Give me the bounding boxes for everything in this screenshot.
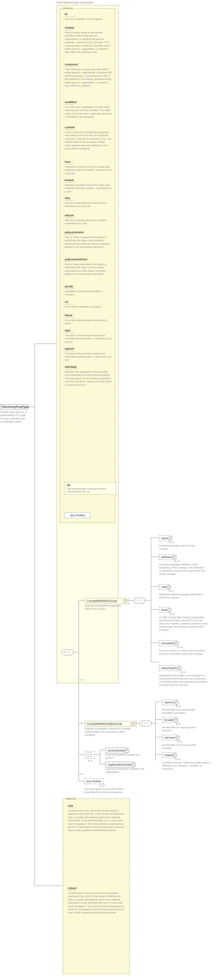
connector: [79, 781, 84, 781]
attr-roleuri: roleuriA refinement of the semantics of …: [68, 887, 126, 915]
attr-typeuri: typeuriThe type of the concept assigned …: [65, 347, 112, 362]
connector: [151, 557, 159, 557]
desc-any: Extension point for provider-defined pro…: [84, 788, 130, 794]
desc-name: A natural language name for the concept.: [159, 544, 200, 550]
expand-icon[interactable]: +: [173, 555, 176, 559]
element-broader: broader+: [162, 717, 176, 723]
root-title: Flex1PartyPropType: [0, 404, 28, 409]
element-definition: definition+: [159, 554, 175, 560]
desc-facet: In NAR 1.8 and later, facet is deprecate…: [159, 616, 209, 632]
connector: [28, 407, 35, 407]
element-sameas: sameAs+: [162, 700, 177, 705]
attr-creatoruri: creatoruriIf the attribute is empty, spe…: [65, 63, 112, 88]
cardinality: 0..∞: [175, 560, 180, 562]
element-persondetails: personDetails+: [106, 748, 127, 753]
sequence-icon: [140, 721, 151, 726]
connector: [79, 774, 84, 775]
attr-uri: uriA URI which identifies a concept.: [65, 300, 112, 309]
desc-hierarchyinfo: Represents the position of a concept in …: [159, 674, 208, 687]
connector: [79, 754, 85, 755]
expand-icon[interactable]: +: [173, 754, 177, 757]
connector: [73, 652, 79, 652]
connector: [100, 750, 100, 764]
desc-note: Additional natural language information …: [159, 593, 203, 599]
expand-icon[interactable]: +: [167, 585, 171, 589]
desc-sameas: An identifier of a concept with equivale…: [162, 708, 206, 714]
attr-pubconstrainturi: pubconstrainturiOne or many constraints …: [65, 258, 112, 276]
connector: [135, 723, 140, 724]
desc-related: A related concept, where the relationshi…: [162, 761, 211, 771]
connector: [155, 719, 162, 720]
expand-icon[interactable]: +: [176, 736, 180, 740]
attr-custom: customIf set to true the corresponding p…: [65, 126, 112, 150]
connector: [155, 754, 162, 755]
expand-icon[interactable]: +: [132, 763, 136, 767]
group-concept-relationships: ConceptRelationshipsGroup+: [85, 721, 137, 727]
cardinality: 0..∞: [100, 784, 105, 787]
expand-icon[interactable]: +: [131, 722, 135, 725]
cardinality: 0..∞: [175, 758, 180, 760]
any-attribute: any ##other: [65, 512, 91, 518]
connector: [155, 702, 156, 760]
expand-icon[interactable]: +: [175, 642, 178, 645]
attr-whyuri: whyuriWhy the metadata has been included…: [65, 214, 112, 226]
desc-narrower: An identifier of a more specific concept…: [162, 744, 203, 750]
element-narrower: narrower+: [162, 735, 178, 740]
connector: [35, 886, 63, 886]
cardinality: 0..∞: [176, 722, 181, 725]
expand-icon[interactable]: +: [175, 718, 178, 722]
connector: [151, 586, 159, 587]
attr-why: whyWhy the metadata has been included - …: [65, 197, 112, 208]
cardinality: 0..∞: [169, 590, 174, 592]
connector: [100, 764, 106, 764]
group-concept-definition: ConceptDefinitionGroup+: [85, 598, 129, 604]
sequence-icon: [133, 598, 145, 603]
connector: [35, 344, 57, 344]
cardinality: 0..∞: [177, 740, 182, 743]
element-organisationdetails: organisationDetails+: [106, 762, 134, 767]
attr-id: idThe local identifier of the property.: [65, 13, 112, 21]
expand-icon[interactable]: +: [175, 701, 178, 704]
attributes-header: attributes: [62, 7, 75, 10]
element-remoteinfo: remoteInfo+: [159, 640, 177, 646]
cardinality: 0..∞: [176, 705, 181, 708]
element-note: note+: [159, 584, 169, 590]
cardinality: 0..1: [88, 759, 92, 762]
desc-definition: A natural language definition of the sem…: [159, 563, 206, 576]
connector: [79, 723, 85, 724]
attr-dir: dirThe directionality of textual content…: [65, 482, 116, 495]
connector: [79, 680, 85, 680]
element-facet: facet+: [159, 607, 170, 613]
attr-howuri: howuriIndicates by which means the value…: [65, 178, 112, 193]
root-type: Flex1PartyPropType Flexible party (perso…: [0, 404, 28, 424]
group-concept-relationships-desc: A group of properties required to indica…: [85, 727, 135, 737]
desc-organisationdetails: A group of properties specific to an org…: [106, 767, 149, 774]
attr-literal: literalA free-text value assigned as pro…: [65, 314, 112, 325]
sequence-icon: [62, 649, 73, 655]
expand-icon[interactable]: +: [124, 599, 127, 603]
attr-xmllang: xml:langSpecifies the language of this p…: [65, 365, 112, 387]
expand-icon[interactable]: +: [168, 608, 171, 612]
connector: [94, 754, 100, 755]
connector: [35, 344, 35, 886]
attr-creator: creatorIf the property value is not defi…: [65, 26, 112, 54]
extension-header: FlexPartyPropType (extension): [57, 1, 93, 4]
attr-modified: modifiedThe date (and, optionally, the t…: [65, 100, 112, 119]
expand-icon[interactable]: +: [169, 537, 172, 540]
element-any: any ##other: [84, 778, 104, 784]
element-related: related+: [162, 752, 175, 758]
group-concept-definition-desc: A group of properties required to define…: [85, 604, 127, 611]
cardinality: 0..∞: [178, 646, 183, 649]
connector: [151, 723, 155, 724]
expand-icon[interactable]: +: [178, 667, 181, 670]
attr-how: howIndicates by which means the value wa…: [65, 160, 112, 175]
connector: [100, 750, 106, 750]
element-hierarchyinfo: hierarchyInfo+: [159, 665, 180, 671]
desc-remoteinfo: A link to an item or a web resource whic…: [159, 649, 206, 655]
attr-pubconstraint: pubconstraintOne or many constraints tha…: [65, 231, 112, 249]
attr-role: roleA refinement of the semantics of the…: [68, 804, 126, 832]
cardinality: 0..∞: [181, 671, 186, 673]
bottom-attributes-header: attributes: [65, 797, 78, 800]
root-desc: Flexible party (person or organisation) …: [0, 410, 28, 424]
expand-icon[interactable]: +: [126, 749, 129, 752]
